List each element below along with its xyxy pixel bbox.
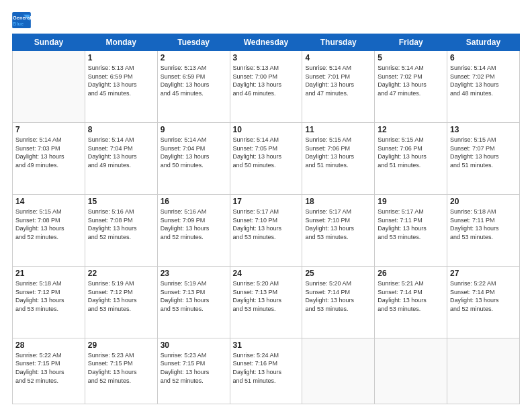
week-row-4: 28Sunrise: 5:22 AM Sunset: 7:15 PM Dayli… [13, 338, 520, 404]
day-number: 31 [233, 340, 300, 350]
day-number: 1 [88, 53, 154, 62]
day-info: Sunrise: 5:15 AM Sunset: 7:06 PM Dayligh… [378, 136, 444, 169]
week-row-3: 21Sunrise: 5:18 AM Sunset: 7:12 PM Dayli… [13, 266, 520, 338]
calendar-cell: 30Sunrise: 5:23 AM Sunset: 7:15 PM Dayli… [157, 338, 230, 404]
day-number: 27 [450, 269, 517, 278]
day-info: Sunrise: 5:18 AM Sunset: 7:12 PM Dayligh… [15, 279, 82, 313]
week-row-0: 1Sunrise: 5:13 AM Sunset: 6:59 PM Daylig… [13, 51, 520, 123]
day-info: Sunrise: 5:13 AM Sunset: 7:00 PM Dayligh… [233, 64, 300, 97]
calendar-cell: 22Sunrise: 5:19 AM Sunset: 7:12 PM Dayli… [85, 266, 157, 338]
calendar: SundayMondayTuesdayWednesdayThursdayFrid… [12, 34, 520, 404]
day-number: 25 [305, 269, 371, 278]
day-info: Sunrise: 5:23 AM Sunset: 7:15 PM Dayligh… [88, 351, 154, 385]
day-number: 17 [233, 197, 300, 206]
logo: General Blue [12, 12, 31, 28]
calendar-cell: 5Sunrise: 5:14 AM Sunset: 7:02 PM Daylig… [375, 51, 447, 123]
header-day-wednesday: Wednesday [230, 34, 302, 51]
day-info: Sunrise: 5:19 AM Sunset: 7:12 PM Dayligh… [88, 279, 154, 313]
day-info: Sunrise: 5:15 AM Sunset: 7:08 PM Dayligh… [15, 208, 82, 241]
calendar-cell: 3Sunrise: 5:13 AM Sunset: 7:00 PM Daylig… [230, 51, 302, 123]
calendar-cell: 20Sunrise: 5:18 AM Sunset: 7:11 PM Dayli… [447, 194, 520, 266]
day-info: Sunrise: 5:20 AM Sunset: 7:14 PM Dayligh… [305, 279, 371, 313]
calendar-cell: 29Sunrise: 5:23 AM Sunset: 7:15 PM Dayli… [85, 338, 157, 404]
svg-text:General: General [13, 15, 31, 21]
header-day-saturday: Saturday [447, 34, 520, 51]
day-info: Sunrise: 5:14 AM Sunset: 7:01 PM Dayligh… [305, 64, 371, 97]
calendar-cell: 21Sunrise: 5:18 AM Sunset: 7:12 PM Dayli… [13, 266, 85, 338]
calendar-cell: 16Sunrise: 5:16 AM Sunset: 7:09 PM Dayli… [157, 194, 230, 266]
calendar-cell: 6Sunrise: 5:14 AM Sunset: 7:02 PM Daylig… [447, 51, 520, 123]
day-info: Sunrise: 5:19 AM Sunset: 7:13 PM Dayligh… [161, 279, 227, 313]
day-number: 28 [15, 340, 82, 350]
logo-icon: General Blue [12, 12, 31, 28]
calendar-cell: 19Sunrise: 5:17 AM Sunset: 7:11 PM Dayli… [375, 194, 447, 266]
day-number: 11 [305, 125, 371, 134]
day-info: Sunrise: 5:13 AM Sunset: 6:59 PM Dayligh… [88, 64, 154, 97]
calendar-cell: 1Sunrise: 5:13 AM Sunset: 6:59 PM Daylig… [85, 51, 157, 123]
day-info: Sunrise: 5:15 AM Sunset: 7:06 PM Dayligh… [305, 136, 371, 169]
calendar-cell: 23Sunrise: 5:19 AM Sunset: 7:13 PM Dayli… [157, 266, 230, 338]
calendar-cell: 18Sunrise: 5:17 AM Sunset: 7:10 PM Dayli… [302, 194, 375, 266]
day-number: 14 [15, 197, 82, 206]
day-number: 24 [233, 269, 300, 278]
calendar-cell: 8Sunrise: 5:14 AM Sunset: 7:04 PM Daylig… [85, 122, 157, 194]
day-number: 21 [15, 269, 82, 278]
svg-text:Blue: Blue [13, 21, 24, 27]
day-info: Sunrise: 5:23 AM Sunset: 7:15 PM Dayligh… [161, 351, 227, 385]
calendar-cell: 14Sunrise: 5:15 AM Sunset: 7:08 PM Dayli… [13, 194, 85, 266]
day-number: 13 [450, 125, 517, 134]
day-number: 5 [378, 53, 444, 62]
header-day-monday: Monday [85, 34, 157, 51]
calendar-cell: 12Sunrise: 5:15 AM Sunset: 7:06 PM Dayli… [375, 122, 447, 194]
calendar-cell: 25Sunrise: 5:20 AM Sunset: 7:14 PM Dayli… [302, 266, 375, 338]
calendar-cell [13, 51, 85, 123]
calendar-cell: 27Sunrise: 5:22 AM Sunset: 7:14 PM Dayli… [447, 266, 520, 338]
day-info: Sunrise: 5:22 AM Sunset: 7:14 PM Dayligh… [450, 279, 517, 313]
header-day-friday: Friday [375, 34, 447, 51]
calendar-cell: 17Sunrise: 5:17 AM Sunset: 7:10 PM Dayli… [230, 194, 302, 266]
day-number: 12 [378, 125, 444, 134]
day-info: Sunrise: 5:14 AM Sunset: 7:03 PM Dayligh… [15, 136, 82, 169]
day-number: 9 [161, 125, 227, 134]
day-info: Sunrise: 5:18 AM Sunset: 7:11 PM Dayligh… [450, 208, 517, 241]
header-day-sunday: Sunday [13, 34, 85, 51]
calendar-cell [302, 338, 375, 404]
header-day-thursday: Thursday [302, 34, 375, 51]
day-info: Sunrise: 5:16 AM Sunset: 7:08 PM Dayligh… [88, 208, 154, 241]
day-info: Sunrise: 5:17 AM Sunset: 7:11 PM Dayligh… [378, 208, 444, 241]
day-number: 20 [450, 197, 517, 206]
week-row-1: 7Sunrise: 5:14 AM Sunset: 7:03 PM Daylig… [13, 122, 520, 194]
calendar-table: SundayMondayTuesdayWednesdayThursdayFrid… [12, 34, 520, 404]
calendar-cell: 26Sunrise: 5:21 AM Sunset: 7:14 PM Dayli… [375, 266, 447, 338]
calendar-cell: 7Sunrise: 5:14 AM Sunset: 7:03 PM Daylig… [13, 122, 85, 194]
day-number: 8 [88, 125, 154, 134]
calendar-cell: 15Sunrise: 5:16 AM Sunset: 7:08 PM Dayli… [85, 194, 157, 266]
day-info: Sunrise: 5:16 AM Sunset: 7:09 PM Dayligh… [161, 208, 227, 241]
calendar-cell: 13Sunrise: 5:15 AM Sunset: 7:07 PM Dayli… [447, 122, 520, 194]
day-number: 3 [233, 53, 300, 62]
day-info: Sunrise: 5:14 AM Sunset: 7:02 PM Dayligh… [450, 64, 517, 97]
header: General Blue [12, 12, 520, 28]
day-number: 29 [88, 340, 154, 350]
day-info: Sunrise: 5:21 AM Sunset: 7:14 PM Dayligh… [378, 279, 444, 313]
week-row-2: 14Sunrise: 5:15 AM Sunset: 7:08 PM Dayli… [13, 194, 520, 266]
day-number: 19 [378, 197, 444, 206]
day-info: Sunrise: 5:15 AM Sunset: 7:07 PM Dayligh… [450, 136, 517, 169]
day-number: 30 [161, 340, 227, 350]
day-number: 23 [161, 269, 227, 278]
calendar-cell: 10Sunrise: 5:14 AM Sunset: 7:05 PM Dayli… [230, 122, 302, 194]
day-info: Sunrise: 5:14 AM Sunset: 7:04 PM Dayligh… [88, 136, 154, 169]
header-day-tuesday: Tuesday [157, 34, 230, 51]
day-info: Sunrise: 5:17 AM Sunset: 7:10 PM Dayligh… [233, 208, 300, 241]
calendar-cell [375, 338, 447, 404]
header-row: SundayMondayTuesdayWednesdayThursdayFrid… [13, 34, 520, 51]
day-info: Sunrise: 5:14 AM Sunset: 7:05 PM Dayligh… [233, 136, 300, 169]
day-info: Sunrise: 5:20 AM Sunset: 7:13 PM Dayligh… [233, 279, 300, 313]
day-number: 6 [450, 53, 517, 62]
day-number: 2 [161, 53, 227, 62]
calendar-cell: 4Sunrise: 5:14 AM Sunset: 7:01 PM Daylig… [302, 51, 375, 123]
day-info: Sunrise: 5:14 AM Sunset: 7:04 PM Dayligh… [161, 136, 227, 169]
day-number: 7 [15, 125, 82, 134]
day-number: 15 [88, 197, 154, 206]
calendar-cell: 31Sunrise: 5:24 AM Sunset: 7:16 PM Dayli… [230, 338, 302, 404]
